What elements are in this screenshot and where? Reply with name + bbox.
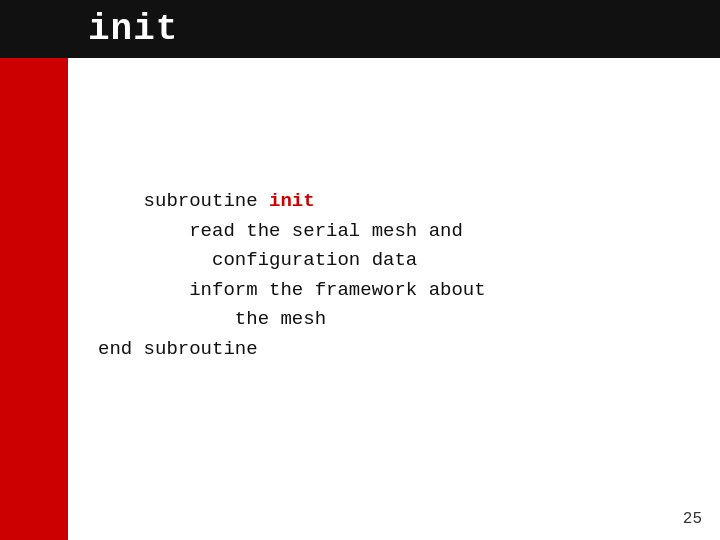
code-subroutine-keyword: subroutine <box>144 190 269 212</box>
code-line-6: end subroutine <box>98 338 258 360</box>
code-line-2: read the serial mesh and <box>98 220 463 242</box>
code-init-keyword: init <box>269 190 315 212</box>
page-title: init <box>88 9 178 50</box>
page-number: 25 <box>683 510 702 528</box>
main-content: subroutine init read the serial mesh and… <box>68 58 720 540</box>
code-block: subroutine init read the serial mesh and… <box>98 158 690 394</box>
code-line-4: inform the framework about <box>98 279 486 301</box>
code-line-5: the mesh <box>98 308 326 330</box>
code-line-3: configuration data <box>98 249 417 271</box>
left-accent-bar <box>0 0 68 540</box>
header-bar: init <box>0 0 720 58</box>
code-line-1: subroutine init <box>144 190 315 212</box>
